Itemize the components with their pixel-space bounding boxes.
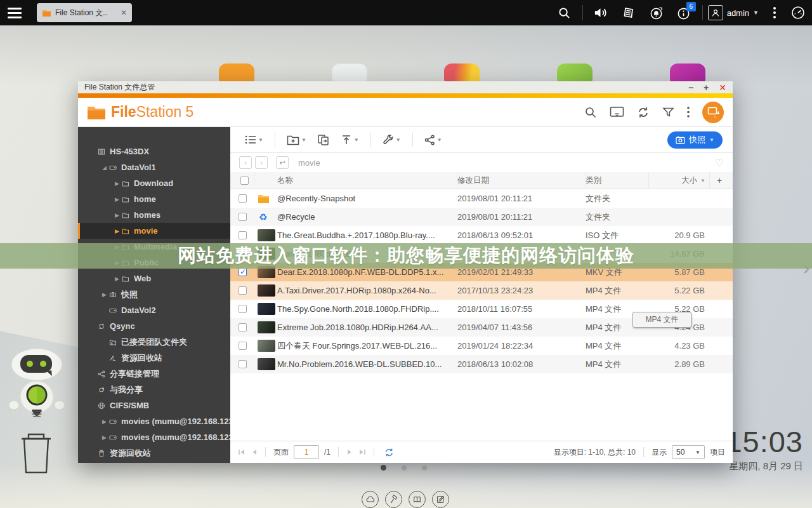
row-checkbox[interactable] (239, 194, 247, 203)
filestation-task-tab[interactable]: File Station 文.. ✕ (37, 3, 132, 22)
column-header-type[interactable]: 类别 (586, 172, 649, 189)
more-options-icon[interactable] (765, 0, 784, 25)
back-button[interactable]: ‹ (239, 156, 252, 169)
share-button[interactable]: ▼ (421, 132, 445, 148)
tree-expanded-icon[interactable]: ◢ (100, 164, 108, 171)
row-checkbox[interactable] (239, 305, 247, 313)
snapshot-button[interactable]: 快照 ▼ (667, 131, 723, 149)
row-checkbox[interactable] (239, 323, 247, 331)
sidebar-item-remote-movies-1[interactable]: ▶ movies (mumu@192.168.123. (78, 413, 230, 429)
sidebar-item-nas[interactable]: HS-453DX (78, 144, 230, 159)
maximize-button[interactable]: + (704, 83, 709, 92)
refresh-icon[interactable] (637, 106, 650, 119)
sidebar-item-share-links[interactable]: 分享链接管理 (78, 366, 230, 382)
table-row[interactable]: @Recently-Snapshot 2019/08/01 20:11:21 文… (230, 189, 733, 208)
multimedia-console-button[interactable] (702, 102, 724, 123)
notes-edit-icon[interactable] (432, 491, 449, 508)
close-button[interactable]: ✕ (719, 83, 726, 92)
row-checkbox[interactable] (239, 231, 247, 239)
close-icon[interactable]: ✕ (121, 8, 127, 17)
create-folder-button[interactable]: ▼ (284, 132, 310, 148)
filter-icon[interactable] (662, 107, 674, 118)
row-checkbox[interactable] (239, 286, 247, 295)
sidebar-item-datavol2[interactable]: DataVol2 (78, 302, 230, 318)
sidebar-item-download[interactable]: ▶ Download (78, 175, 230, 191)
manual-book-icon[interactable] (409, 491, 426, 508)
tree-collapsed-icon[interactable]: ▶ (100, 434, 108, 441)
minimize-button[interactable]: − (688, 83, 693, 92)
tree-collapsed-icon[interactable]: ▶ (113, 180, 121, 187)
search-icon[interactable] (584, 106, 597, 119)
volume-icon[interactable] (587, 0, 615, 25)
table-row[interactable]: 四个春天 Four.Springs.2017.WEB-DL.216... 201… (230, 337, 733, 355)
recycle-bin-icon[interactable] (18, 432, 55, 475)
sidebar-item-datavol1[interactable]: ◢ DataVol1 (78, 159, 230, 175)
favorite-heart-icon[interactable]: ♡ (715, 157, 724, 169)
window-titlebar[interactable]: File Station 文件总管 − + ✕ (78, 81, 733, 93)
pager-dot[interactable] (422, 465, 427, 471)
column-header-date[interactable]: 修改日期 (457, 172, 586, 189)
sidebar-item-shared-with-me[interactable]: 与我分享 (78, 382, 230, 398)
tree-collapsed-icon[interactable]: ▶ (113, 212, 121, 218)
column-header-name[interactable]: 名称 (277, 172, 457, 189)
row-checkbox[interactable] (239, 360, 247, 368)
table-row[interactable]: The.Great.Buddha.+.2017.1080p.Blu-ray...… (230, 226, 733, 244)
row-checkbox[interactable] (239, 268, 247, 276)
tree-collapsed-icon[interactable]: ▶ (113, 228, 121, 234)
table-row[interactable]: Mr.No.Problem.2016.WEB-DL.SUBBED.10... 2… (230, 355, 733, 373)
row-checkbox[interactable] (239, 342, 247, 350)
up-level-button[interactable]: ↩ (276, 156, 289, 169)
info-icon[interactable]: 6 (671, 0, 698, 25)
tree-collapsed-icon[interactable]: ▶ (100, 291, 108, 298)
pager-dot-active[interactable] (381, 465, 386, 471)
tools-hammer-icon[interactable] (385, 491, 402, 508)
breadcrumb[interactable]: movie (298, 158, 320, 168)
remote-display-icon[interactable] (610, 106, 624, 118)
table-row[interactable]: ♻ @Recycle 2019/08/01 20:11:21 文件夹 (230, 208, 733, 226)
upload-button[interactable]: ▼ (337, 132, 362, 148)
tools-button[interactable]: ▼ (379, 131, 404, 148)
last-page-button[interactable] (358, 448, 366, 456)
sidebar-item-cifs-smb[interactable]: CIFS/SMB (78, 398, 230, 413)
sidebar-item-qsync[interactable]: Qsync (78, 318, 230, 334)
folder-icon (258, 194, 270, 203)
tree-collapsed-icon[interactable]: ▶ (100, 418, 108, 425)
sidebar-item-qsync-recycle[interactable]: 资源回收站 (78, 350, 230, 366)
sidebar-item-team-folder[interactable]: 已接受团队文件夹 (78, 334, 230, 350)
page-number-input[interactable] (294, 445, 319, 459)
page-size-select[interactable]: 50 ▼ (672, 445, 705, 459)
tree-collapsed-icon[interactable]: ▶ (113, 276, 121, 282)
first-page-button[interactable] (238, 448, 246, 456)
sidebar-item-movie-selected[interactable]: ▶ movie (78, 223, 230, 239)
tree-collapsed-icon[interactable]: ▶ (113, 196, 121, 203)
add-column-button[interactable]: + (710, 172, 733, 189)
cloud-icon[interactable] (362, 491, 379, 508)
more-options-icon[interactable] (687, 107, 690, 117)
sidebar-item-web[interactable]: ▶ Web (78, 271, 230, 286)
sidebar-item-snapshot[interactable]: ▶ 快照 (78, 286, 230, 302)
admin-menu[interactable]: admin ▼ (708, 5, 759, 20)
copy-move-button[interactable] (314, 131, 333, 148)
row-checkbox[interactable] (239, 213, 247, 221)
refresh-icon[interactable] (384, 448, 394, 457)
next-page-button[interactable] (346, 448, 353, 456)
main-menu-button[interactable] (0, 0, 29, 25)
folder-tree-sidebar: HS-453DX ◢ DataVol1 ▶ Download ▶ home ▶ … (78, 127, 230, 463)
table-row[interactable]: A.Taxi.Driver.2017.HDRip.1080p.x264-No..… (230, 281, 733, 300)
notification-sync-icon[interactable] (643, 0, 671, 25)
search-icon[interactable] (551, 0, 579, 25)
view-mode-button[interactable]: ▼ (242, 132, 266, 147)
sidebar-item-homes[interactable]: ▶ homes (78, 207, 230, 223)
shared-with-me-icon (98, 386, 105, 394)
pager-dot[interactable] (402, 465, 407, 471)
sidebar-item-home[interactable]: ▶ home (78, 191, 230, 207)
sidebar-item-recycle-bin[interactable]: 资源回收站 (78, 445, 230, 461)
sidebar-item-remote-movies-2[interactable]: ▶ movies (mumu@192.168.123. (78, 429, 230, 445)
forward-button[interactable]: › (255, 156, 268, 169)
select-all-checkbox[interactable] (240, 177, 249, 185)
prev-page-button[interactable] (251, 448, 258, 456)
background-tasks-icon[interactable] (615, 0, 643, 25)
camera-icon (676, 136, 685, 144)
resource-monitor-icon[interactable] (784, 0, 812, 25)
column-header-size[interactable]: 大小▼ (649, 172, 710, 189)
